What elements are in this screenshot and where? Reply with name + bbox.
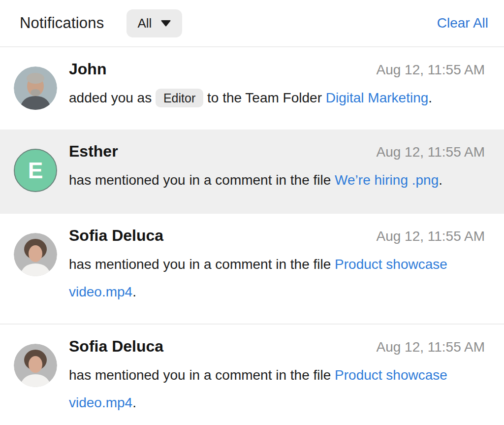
chevron-down-icon xyxy=(160,20,171,27)
notification-message: has mentioned you in a comment in the fi… xyxy=(69,361,485,417)
notification-message: has mentioned you in a comment in the fi… xyxy=(69,251,485,306)
notification-content: Esther Aug 12, 11:55 AM has mentioned yo… xyxy=(69,142,485,194)
notification-timestamp: Aug 12, 11:55 AM xyxy=(376,62,485,78)
notification-timestamp: Aug 12, 11:55 AM xyxy=(376,229,485,244)
avatar-initial: E xyxy=(28,157,43,184)
sofia-photo-avatar xyxy=(14,344,57,387)
filter-dropdown-label: All xyxy=(137,16,152,31)
team-folder-link[interactable]: Digital Marketing xyxy=(326,90,429,105)
sender-name: Sofia Deluca xyxy=(69,337,163,356)
message-text: added you as xyxy=(69,90,152,105)
message-text: . xyxy=(132,395,136,410)
notification-row-sofia-2[interactable]: Sofia Deluca Aug 12, 11:55 AM has mentio… xyxy=(0,325,504,425)
message-text: to the Team Folder xyxy=(207,90,322,105)
notification-content: Sofia Deluca Aug 12, 11:55 AM has mentio… xyxy=(69,337,485,417)
notification-message: added you as Editor to the Team Folder D… xyxy=(69,84,485,112)
notifications-header: Notifications All Clear All xyxy=(0,0,504,47)
sender-name: Esther xyxy=(69,142,118,161)
message-text: . xyxy=(439,172,442,188)
file-link[interactable]: We’re hiring .png xyxy=(335,172,439,188)
message-text: . xyxy=(132,284,136,299)
clear-all-button[interactable]: Clear All xyxy=(434,15,491,32)
notification-message: has mentioned you in a comment in the fi… xyxy=(69,166,485,194)
role-badge: Editor xyxy=(156,89,203,107)
notification-row-esther[interactable]: E Esther Aug 12, 11:55 AM has mentioned … xyxy=(0,130,504,214)
notification-timestamp: Aug 12, 11:55 AM xyxy=(376,144,485,160)
message-text: has mentioned you in a comment in the fi… xyxy=(69,172,331,188)
sender-name: John xyxy=(69,60,106,78)
notification-timestamp: Aug 12, 11:55 AM xyxy=(376,339,485,355)
sofia-photo-avatar xyxy=(14,233,57,276)
esther-letter-avatar: E xyxy=(14,149,57,192)
notification-row-sofia-1[interactable]: Sofia Deluca Aug 12, 11:55 AM has mentio… xyxy=(0,214,504,325)
message-text: has mentioned you in a comment in the fi… xyxy=(69,257,331,272)
message-text: has mentioned you in a comment in the fi… xyxy=(69,367,331,383)
page-title: Notifications xyxy=(20,14,104,32)
john-photo-avatar xyxy=(14,66,57,110)
message-text: . xyxy=(428,90,432,105)
notification-content: Sofia Deluca Aug 12, 11:55 AM has mentio… xyxy=(69,227,485,306)
filter-dropdown[interactable]: All xyxy=(126,9,182,37)
sender-name: Sofia Deluca xyxy=(69,227,163,245)
notification-row-john[interactable]: John Aug 12, 11:55 AM added you as Edito… xyxy=(0,47,504,130)
notification-content: John Aug 12, 11:55 AM added you as Edito… xyxy=(69,60,485,112)
